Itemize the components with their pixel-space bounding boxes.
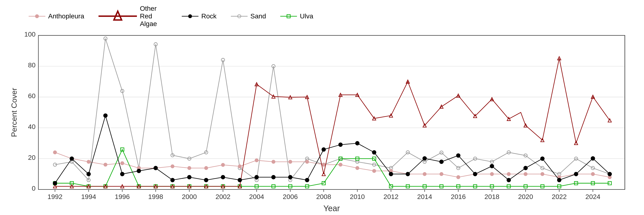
svg-point-107: [305, 160, 309, 163]
svg-point-95: [104, 163, 107, 166]
svg-text:2004: 2004: [249, 193, 264, 200]
svg-point-115: [440, 172, 443, 176]
svg-point-224: [558, 178, 561, 182]
svg-text:2022: 2022: [552, 193, 567, 200]
legend-item-other-red-algae: Other Red Algae: [98, 5, 168, 28]
svg-point-120: [524, 172, 527, 176]
legend-label-ulva: Ulva: [300, 13, 313, 20]
svg-point-217: [440, 160, 444, 164]
svg-point-227: [608, 172, 612, 176]
legend-label-sand: Sand: [250, 13, 266, 20]
legend-label-anthopleura: Anthopleura: [48, 13, 84, 20]
svg-text:60: 60: [28, 92, 35, 100]
svg-point-99: [171, 165, 174, 168]
svg-point-211: [339, 143, 342, 147]
svg-text:40: 40: [28, 123, 35, 130]
svg-point-214: [389, 172, 393, 176]
svg-point-210: [322, 148, 326, 151]
svg-text:2006: 2006: [283, 193, 298, 200]
svg-point-202: [188, 175, 191, 179]
svg-point-198: [120, 172, 124, 176]
svg-point-105: [272, 160, 275, 163]
svg-text:2010: 2010: [350, 193, 365, 200]
x-axis-label: Year: [324, 204, 340, 213]
svg-point-195: [70, 157, 74, 160]
svg-point-196: [86, 172, 90, 176]
svg-text:2024: 2024: [585, 193, 600, 200]
svg-point-96: [121, 161, 124, 165]
svg-point-110: [356, 166, 359, 170]
svg-text:1998: 1998: [148, 193, 163, 200]
svg-point-203: [204, 178, 208, 182]
svg-point-106: [288, 160, 292, 163]
svg-point-216: [423, 156, 426, 160]
svg-point-206: [255, 175, 258, 179]
svg-point-209: [305, 178, 309, 182]
svg-point-222: [524, 166, 527, 170]
svg-point-220: [490, 164, 494, 168]
svg-point-213: [372, 150, 376, 154]
legend-item-sand: Sand: [231, 13, 266, 20]
svg-point-194: [53, 181, 57, 185]
svg-point-215: [406, 172, 410, 176]
svg-text:2012: 2012: [384, 193, 398, 200]
x-axis: 1992 1994 1996 1998 2000 2002 2004: [48, 189, 600, 200]
svg-point-208: [288, 175, 292, 179]
svg-text:2020: 2020: [518, 193, 533, 200]
svg-point-101: [204, 166, 208, 170]
chart-legend: Anthopleura Other Red Algae Rock Sand: [28, 5, 313, 28]
svg-point-226: [591, 156, 595, 160]
svg-text:2002: 2002: [216, 193, 230, 200]
svg-point-119: [507, 172, 510, 176]
svg-point-118: [490, 172, 494, 176]
svg-point-201: [170, 178, 174, 182]
svg-point-204: [221, 175, 225, 179]
svg-point-197: [104, 114, 107, 118]
svg-point-212: [356, 141, 359, 145]
svg-point-1: [35, 15, 39, 18]
legend-label-rock: Rock: [201, 13, 216, 20]
chart-container: Anthopleura Other Red Algae Rock Sand: [0, 0, 644, 215]
svg-point-116: [456, 176, 460, 179]
svg-text:1996: 1996: [115, 193, 130, 200]
svg-point-218: [456, 154, 460, 157]
svg-text:1992: 1992: [48, 193, 62, 200]
legend-item-anthopleura: Anthopleura: [28, 13, 84, 20]
svg-point-114: [423, 172, 426, 176]
svg-point-102: [221, 163, 225, 166]
svg-text:2018: 2018: [484, 193, 500, 200]
legend-item-rock: Rock: [182, 13, 216, 20]
main-chart: 0 20 40 60 80 100 Percent Cover: [10, 30, 634, 214]
svg-text:100: 100: [24, 30, 36, 38]
svg-point-111: [372, 169, 376, 172]
svg-text:2000: 2000: [182, 193, 197, 200]
svg-point-199: [137, 169, 141, 173]
svg-point-219: [473, 172, 477, 176]
svg-point-103: [238, 165, 242, 168]
svg-point-108: [322, 163, 325, 166]
svg-text:2016: 2016: [451, 193, 466, 200]
svg-text:20: 20: [28, 154, 35, 161]
svg-text:80: 80: [28, 61, 35, 69]
svg-point-124: [591, 172, 595, 176]
svg-point-104: [255, 159, 258, 162]
svg-text:2008: 2008: [316, 193, 331, 200]
svg-point-223: [540, 157, 544, 160]
svg-point-92: [53, 151, 56, 154]
svg-point-225: [574, 172, 578, 176]
svg-point-100: [188, 166, 191, 170]
svg-point-5: [188, 15, 192, 18]
svg-text:0: 0: [32, 184, 36, 192]
svg-point-205: [238, 178, 242, 182]
svg-point-200: [154, 166, 158, 170]
svg-text:1994: 1994: [81, 193, 96, 200]
svg-text:2014: 2014: [417, 193, 432, 200]
y-axis-label: Percent Cover: [10, 88, 18, 137]
svg-point-121: [541, 172, 544, 176]
svg-point-207: [272, 175, 275, 179]
svg-point-221: [507, 178, 511, 182]
svg-point-94: [87, 160, 90, 163]
svg-rect-11: [38, 35, 625, 189]
legend-label-other-red-algae: Other Red Algae: [140, 5, 168, 28]
svg-point-109: [339, 163, 342, 166]
